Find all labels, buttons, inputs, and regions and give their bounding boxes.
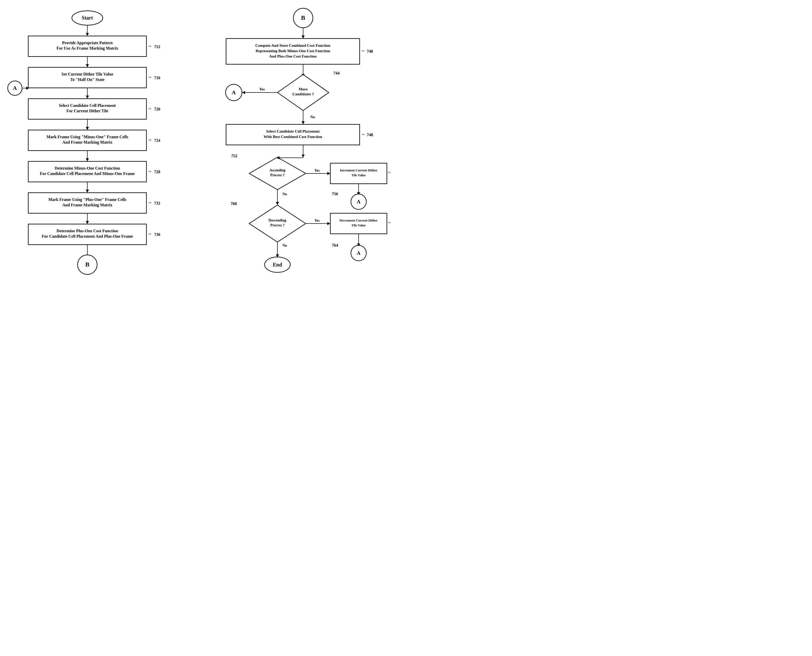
label-720: 720 bbox=[154, 107, 160, 111]
svg-marker-14 bbox=[86, 127, 89, 130]
label-764: 764 bbox=[332, 243, 338, 248]
wavy-720: ~ bbox=[148, 106, 151, 111]
svg-marker-5 bbox=[86, 64, 89, 67]
svg-marker-39 bbox=[302, 121, 305, 124]
svg-marker-54 bbox=[276, 202, 279, 205]
step-752-line2: Process ? bbox=[270, 173, 284, 177]
right-column: B Compute And Store Combined Cost Functi… bbox=[203, 5, 403, 316]
step-752-line1: Ascending bbox=[269, 168, 286, 172]
label-736: 736 bbox=[154, 232, 160, 237]
step-712-line1: Provide Appropriate Pattern bbox=[62, 40, 113, 45]
step-736-line2: For Candidate Cell Placement And Plus-On… bbox=[42, 234, 133, 238]
step-760-line1: Descending bbox=[269, 218, 286, 222]
a-circle-right2: A bbox=[357, 199, 361, 204]
label-748: 748 bbox=[367, 133, 373, 137]
right-diagram: B Compute And Store Combined Cost Functi… bbox=[205, 8, 401, 316]
svg-marker-48 bbox=[327, 172, 330, 175]
label-716: 716 bbox=[154, 76, 160, 80]
yes-label-760: Yes bbox=[315, 219, 320, 223]
label-740: 740 bbox=[367, 49, 373, 53]
wavy-716: ~ bbox=[148, 74, 151, 80]
no-label-760: No bbox=[283, 244, 287, 248]
svg-marker-23 bbox=[86, 221, 89, 224]
step-756-line1: Increment Current Dither bbox=[340, 168, 377, 172]
step-764-line1: Decrement Current Dither bbox=[340, 218, 378, 222]
wavy-736: ~ bbox=[148, 231, 151, 237]
step-748-line2: With Best Combined Cost Function bbox=[264, 135, 323, 139]
label-712: 712 bbox=[154, 45, 160, 49]
step-724-line1: Mark Frame Using "Minus-One" Frame Cells bbox=[46, 135, 128, 139]
a-circle-right3: A bbox=[357, 250, 361, 256]
step-720-line2: For Current Dither Tile bbox=[66, 109, 108, 113]
label-732: 732 bbox=[154, 201, 160, 205]
wavy-756: ~ bbox=[388, 170, 391, 175]
no-label-752: No bbox=[283, 192, 287, 196]
step-728-line1: Determine Minus-One Cost Function bbox=[55, 166, 120, 170]
wavy-732: ~ bbox=[148, 200, 151, 206]
step-760-line2: Process ? bbox=[270, 223, 284, 227]
svg-marker-30 bbox=[302, 36, 305, 39]
step-716-line1: Set Current Dither Tile Value bbox=[62, 72, 113, 76]
flowchart-container: Start Provide Appropriate Pattern For Us… bbox=[0, 0, 406, 321]
step-756-line2: Tile Value bbox=[351, 173, 366, 177]
step-720-line1: Select Candidate Cell Placement bbox=[59, 103, 116, 108]
step-764-line2: Tile Value bbox=[351, 223, 366, 227]
wavy-712: ~ bbox=[148, 43, 151, 49]
label-728: 728 bbox=[154, 170, 160, 174]
step-748-line1: Select Candidate Cell Placement bbox=[266, 129, 320, 133]
left-diagram: Start Provide Appropriate Pattern For Us… bbox=[5, 8, 201, 316]
step-712-line2: For Use As Frame Marking Matrix bbox=[57, 46, 118, 51]
step-716-line2: To "Half On" State bbox=[70, 77, 104, 82]
a-circle-right1: A bbox=[232, 89, 236, 96]
svg-marker-57 bbox=[327, 222, 330, 225]
label-752: 752 bbox=[231, 154, 237, 158]
svg-marker-2 bbox=[86, 33, 89, 36]
step-740-line1: Compute And Store Combined Cost Function bbox=[255, 43, 330, 48]
label-756: 756 bbox=[332, 192, 338, 196]
svg-marker-11 bbox=[86, 96, 89, 99]
label-760: 760 bbox=[231, 201, 237, 206]
start-label: Start bbox=[82, 15, 93, 20]
yes-label-752: Yes bbox=[315, 169, 320, 172]
step-724-line2: And Frame Marking Matrix bbox=[62, 140, 112, 145]
step-740-line3: And Plus-One Cost Function bbox=[269, 54, 317, 58]
label-744: 744 bbox=[333, 71, 340, 75]
a-circle-left: A bbox=[13, 85, 17, 91]
wavy-748: ~ bbox=[362, 132, 364, 137]
label-724: 724 bbox=[154, 138, 160, 142]
step-732-line1: Mark Frame Using "Plus-One" Frame Cells bbox=[48, 197, 127, 202]
wavy-724: ~ bbox=[148, 137, 151, 143]
svg-marker-17 bbox=[86, 158, 89, 161]
step-736-line1: Determine Plus-One Cost Function bbox=[57, 229, 118, 233]
b-label-right: B bbox=[301, 14, 305, 21]
wavy-728: ~ bbox=[148, 169, 151, 174]
svg-marker-20 bbox=[86, 190, 89, 193]
yes-label-744: Yes bbox=[259, 87, 265, 91]
step-744-line2: Candidates ? bbox=[292, 92, 314, 96]
step-728-line2: For Candidate Cell Placement And Minus-O… bbox=[40, 172, 134, 176]
left-column: Start Provide Appropriate Pattern For Us… bbox=[3, 5, 203, 316]
step-744-line1: More bbox=[299, 87, 308, 91]
no-label-744: No bbox=[310, 115, 315, 119]
wavy-740: ~ bbox=[362, 48, 364, 54]
b-label-left: B bbox=[85, 261, 90, 268]
step-732-line2: And Frame Marking Matrix bbox=[62, 203, 112, 207]
end-label: End bbox=[273, 262, 282, 268]
step-740-line2: Representing Both Minus-One Cost Functio… bbox=[256, 49, 330, 53]
wavy-764: ~ bbox=[388, 220, 391, 225]
svg-marker-36 bbox=[242, 91, 245, 94]
